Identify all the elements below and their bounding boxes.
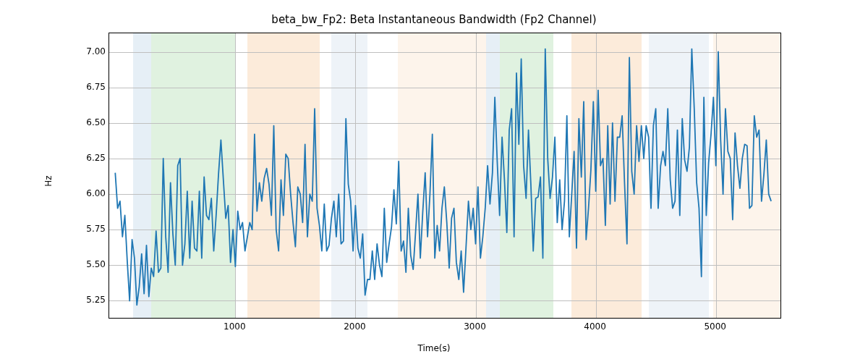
plot-area bbox=[109, 33, 781, 319]
y-tick-label: 7.00 bbox=[77, 46, 106, 56]
x-tick-label: 5000 bbox=[694, 321, 737, 332]
x-tick-label: 1000 bbox=[213, 321, 256, 332]
x-tick-label: 3000 bbox=[454, 321, 497, 332]
y-tick-label: 6.75 bbox=[77, 82, 106, 92]
x-tick-label: 2000 bbox=[333, 321, 376, 332]
y-axis-label: Hz bbox=[42, 0, 55, 362]
line-series bbox=[109, 33, 781, 319]
chart-title: beta_bw_Fp2: Beta Instantaneous Bandwidt… bbox=[0, 13, 868, 26]
figure: beta_bw_Fp2: Beta Instantaneous Bandwidt… bbox=[0, 0, 868, 362]
y-tick-label: 6.50 bbox=[77, 117, 106, 127]
y-tick-label: 5.75 bbox=[77, 224, 106, 234]
y-tick-label: 6.25 bbox=[77, 153, 106, 163]
y-tick-label: 5.25 bbox=[77, 295, 106, 305]
y-tick-label: 6.00 bbox=[77, 188, 106, 198]
y-tick-label: 5.50 bbox=[77, 259, 106, 269]
x-axis-label: Time(s) bbox=[0, 343, 868, 353]
x-tick-label: 4000 bbox=[574, 321, 617, 332]
